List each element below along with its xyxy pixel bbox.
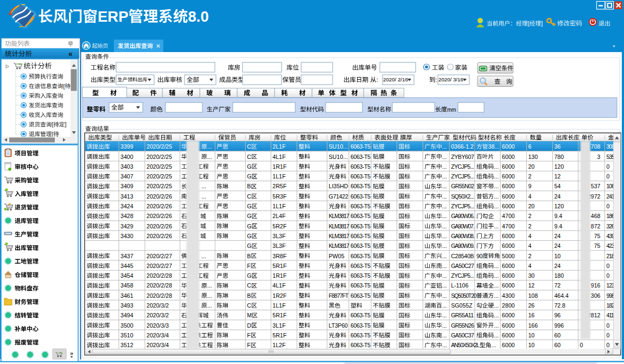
svg-text:3403: 3403	[120, 163, 133, 170]
svg-text:6000: 6000	[502, 233, 515, 239]
svg-text:96: 96	[554, 312, 561, 318]
svg-text:5R3F: 5R3F	[272, 193, 286, 200]
svg-text:3R8F: 3R8F	[272, 253, 286, 259]
svg-text:9: 9	[528, 183, 531, 189]
svg-text:B: B	[247, 253, 251, 259]
svg-text:123: 123	[607, 282, 615, 289]
svg-text:3L1F: 3L1F	[272, 322, 286, 329]
svg-text::: :	[436, 76, 437, 83]
svg-text:...: ...	[442, 154, 447, 160]
svg-text:1R2F: 1R2F	[272, 292, 286, 299]
svg-text:6063-T5: 6063-T5	[351, 193, 371, 200]
svg-text:SQ50X2...: SQ50X2...	[451, 193, 474, 200]
svg-text:998: 998	[607, 292, 615, 299]
svg-text:4: 4	[528, 242, 531, 249]
svg-text:C: C	[247, 154, 251, 160]
svg-text:...: ...	[442, 233, 447, 239]
svg-text:...: ...	[494, 322, 499, 329]
svg-text:4: 4	[528, 233, 531, 239]
svg-text:2020/3/4: 2020/3/4	[147, 332, 169, 339]
svg-text:...: ...	[207, 282, 212, 289]
svg-text:2020/ 3/16: 2020/ 3/16	[438, 76, 463, 82]
svg-text:GA50C37: GA50C37	[451, 332, 474, 339]
svg-text:...: ...	[494, 302, 499, 309]
svg-text:72.8: 72.8	[554, 302, 565, 309]
svg-text:...: ...	[442, 263, 447, 269]
svg-text:6063-T5: 6063-T5	[351, 183, 371, 189]
svg-text:6000: 6000	[502, 272, 515, 279]
svg-text:3461: 3461	[120, 292, 133, 299]
svg-text:0: 0	[607, 332, 610, 339]
svg-text:2020/3/4: 2020/3/4	[147, 342, 169, 348]
svg-text:186: 186	[607, 213, 615, 219]
svg-text:108: 108	[528, 292, 538, 299]
svg-text:...: ...	[442, 342, 447, 348]
svg-text:...: ...	[442, 143, 447, 150]
svg-text:30: 30	[528, 272, 534, 279]
svg-text:G: G	[247, 223, 251, 229]
svg-text:...: ...	[494, 203, 499, 209]
svg-text:1R1F: 1R1F	[272, 163, 286, 170]
svg-text:6: 6	[528, 143, 531, 150]
svg-text:AN50X50X2: AN50X50X2	[451, 342, 477, 348]
svg-text:...: ...	[494, 163, 499, 170]
svg-text:...: ...	[201, 253, 206, 259]
svg-text:1R1F: 1R1F	[272, 272, 286, 279]
svg-text:...: ...	[207, 143, 212, 150]
svg-text:...: ...	[207, 302, 212, 309]
svg-text:4: 4	[528, 263, 531, 269]
svg-text:2020/3/2: 2020/3/2	[147, 312, 169, 318]
svg-text:0: 0	[607, 342, 610, 348]
svg-text:GA90W06.: GA90W06.	[451, 213, 474, 219]
svg-text:6063-T5: 6063-T5	[351, 332, 371, 339]
svg-text:...: ...	[201, 183, 206, 189]
svg-text:2L1F: 2L1F	[272, 143, 286, 150]
svg-text:GR55A11: GR55A11	[451, 312, 474, 318]
svg-text:2020/2/27: 2020/2/27	[147, 263, 172, 269]
svg-text:20: 20	[528, 203, 534, 209]
svg-text:4700: 4700	[502, 223, 515, 229]
svg-text:6063-T5: 6063-T5	[351, 322, 371, 329]
svg-text:LI35HD: LI35HD	[329, 183, 348, 189]
svg-text:...: ...	[494, 292, 499, 299]
svg-text:10: 10	[528, 342, 534, 348]
svg-text:5R1F: 5R1F	[272, 332, 286, 339]
svg-text:...: ...	[494, 312, 499, 318]
svg-text:24: 24	[554, 263, 561, 269]
svg-text:166: 166	[528, 322, 538, 329]
svg-text:G71422: G71422	[329, 193, 348, 200]
svg-text:3512: 3512	[120, 342, 133, 348]
svg-text:780: 780	[554, 154, 564, 160]
svg-text:...: ...	[442, 272, 447, 279]
svg-text:10: 10	[528, 332, 534, 339]
svg-text:B: B	[247, 183, 251, 189]
svg-text:G: G	[247, 213, 251, 219]
svg-text:2020/ 2/16: 2020/ 2/16	[383, 76, 408, 82]
svg-text:3510: 3510	[120, 332, 133, 339]
svg-text:ZYBY607: ZYBY607	[451, 154, 474, 160]
svg-text:G: G	[247, 272, 251, 279]
svg-text:120: 120	[554, 203, 564, 209]
svg-text:6063-T5: 6063-T5	[351, 263, 371, 269]
svg-text:G: G	[247, 163, 251, 170]
svg-text:0: 0	[607, 163, 610, 170]
svg-text:468: 468	[591, 213, 601, 219]
svg-text:2020/3/3: 2020/3/3	[147, 322, 169, 329]
svg-text:4300: 4300	[502, 292, 515, 299]
svg-text:1L2F: 1L2F	[272, 342, 286, 348]
svg-text:2020/2/26: 2020/2/26	[147, 213, 172, 219]
svg-text:535: 535	[607, 154, 615, 160]
svg-text:ERP: ERP	[98, 8, 129, 25]
svg-text:D: D	[247, 322, 251, 329]
svg-text:20: 20	[528, 163, 534, 170]
svg-text:3437: 3437	[120, 253, 133, 259]
svg-text:24: 24	[554, 233, 561, 239]
svg-text:...: ...	[442, 302, 447, 309]
svg-text:3494: 3494	[120, 312, 133, 318]
svg-text:C28540B: C28540B	[451, 253, 474, 259]
svg-text:218: 218	[607, 253, 615, 259]
svg-text:3399: 3399	[120, 143, 133, 150]
svg-text:...: ...	[207, 154, 212, 160]
svg-text:2800: 2800	[502, 302, 515, 309]
svg-text:F: F	[247, 342, 251, 348]
